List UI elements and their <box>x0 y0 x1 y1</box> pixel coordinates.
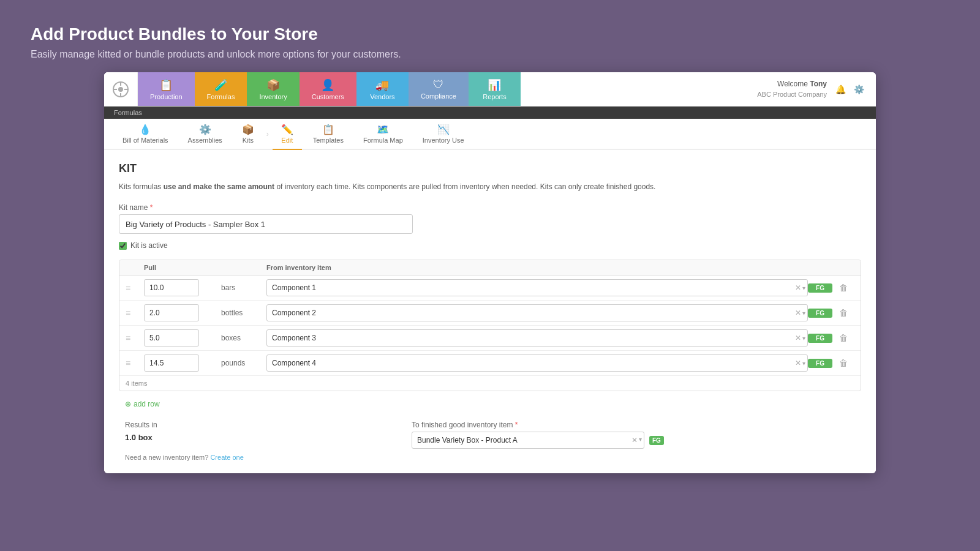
nav-items: 📋 Production 🧪 Formulas 📦 Inventory 👤 Cu… <box>138 72 757 106</box>
new-item-hint: Need a new inventory item? Create one <box>119 454 861 461</box>
table-row: ≡ bottles Component 2 ✕ ▾ FG 🗑 <box>119 301 861 326</box>
subnav-edit[interactable]: ✏️ Edit <box>273 119 302 150</box>
nav-item-inventory[interactable]: 📦 Inventory <box>247 72 299 106</box>
nav-label-inventory: Inventory <box>259 93 287 100</box>
kit-active-label: Kit is active <box>130 241 168 250</box>
quantity-input-1[interactable] <box>144 279 199 296</box>
subnav-inventory-use[interactable]: 📉 Inventory Use <box>414 119 473 150</box>
results-label: Results in <box>125 421 407 429</box>
row-count: 4 items <box>126 380 147 387</box>
nav-item-customers[interactable]: 👤 Customers <box>300 72 356 106</box>
quantity-input-4[interactable] <box>144 354 199 372</box>
create-one-link[interactable]: Create one <box>210 454 243 461</box>
content-area: KIT Kits formulas use and make the same … <box>104 150 876 473</box>
kit-name-input[interactable] <box>119 214 413 234</box>
kit-active-checkbox[interactable] <box>119 242 127 250</box>
finished-chevron-icon[interactable]: ▾ <box>639 436 642 444</box>
clear-icon-2[interactable]: ✕ <box>795 309 801 317</box>
component-select-1[interactable]: Component 1 <box>266 279 808 296</box>
drag-handle[interactable]: ≡ <box>126 358 144 368</box>
results-value: 1.0 box <box>125 433 407 442</box>
kit-name-group: Kit name * <box>119 203 861 234</box>
clear-icon-1[interactable]: ✕ <box>795 283 801 292</box>
settings-icon[interactable]: ⚙️ <box>851 82 866 97</box>
delete-row-1[interactable]: 🗑 <box>832 282 854 294</box>
component-select-wrapper-2: Component 2 ✕ ▾ <box>266 304 808 321</box>
component-select-3[interactable]: Component 3 <box>266 329 808 347</box>
delete-row-4[interactable]: 🗑 <box>832 357 854 369</box>
chevron-down-icon-3[interactable]: ▾ <box>802 335 805 342</box>
unit-label-3: boxes <box>217 334 266 342</box>
component-select-4[interactable]: Component 4 <box>266 354 808 372</box>
subnav-templates[interactable]: 📋 Templates <box>304 119 352 150</box>
subnav-bom[interactable]: 💧 Bill of Materials <box>114 119 177 150</box>
nav-label-compliance: Compliance <box>421 92 456 100</box>
finished-item-select[interactable]: Bundle Variety Box - Product A <box>412 432 644 449</box>
nav-item-compliance[interactable]: 🛡 Compliance <box>409 72 469 106</box>
chevron-down-icon-2[interactable]: ▾ <box>802 310 805 317</box>
quantity-input-3[interactable] <box>144 329 199 347</box>
quantity-input-2[interactable] <box>144 304 199 321</box>
results-value-row: 1.0 box Bundle Variety Box - Product A ✕… <box>125 432 855 449</box>
svg-point-1 <box>118 87 123 92</box>
subnav-label-formula-map: Formula Map <box>363 137 403 144</box>
nav-item-production[interactable]: 📋 Production <box>138 72 195 106</box>
page-title: Add Product Bundles to Your Store <box>31 24 949 44</box>
results-header-row: Results in To finished good inventory it… <box>125 421 855 429</box>
page-header: Add Product Bundles to Your Store Easily… <box>0 0 980 72</box>
chevron-down-icon-1[interactable]: ▾ <box>802 285 805 291</box>
subnav-formula-map[interactable]: 🗺️ Formula Map <box>355 119 412 150</box>
kits-icon: 📦 <box>242 124 254 135</box>
nav-action-icons: 🔔 ⚙️ <box>833 82 866 97</box>
fg-badge-2: FG <box>808 309 832 318</box>
fg-badge-1: FG <box>808 283 832 293</box>
nav-right: Welcome Tony ABC Product Company 🔔 ⚙️ <box>757 79 876 100</box>
formula-map-icon: 🗺️ <box>377 124 389 135</box>
finished-item-select-wrapper: Bundle Variety Box - Product A ✕ ▾ <box>412 432 644 449</box>
notification-icon[interactable]: 🔔 <box>833 82 848 97</box>
kit-name-label-text: Kit name <box>119 203 148 212</box>
nav-label-customers: Customers <box>312 93 344 100</box>
vendors-icon: 🚚 <box>375 78 389 92</box>
nav-item-formulas[interactable]: 🧪 Formulas <box>195 72 247 106</box>
drag-handle[interactable]: ≡ <box>126 333 144 343</box>
delete-row-2[interactable]: 🗑 <box>832 307 854 319</box>
app-logo[interactable] <box>104 72 138 106</box>
subnav-label-assemblies: Assemblies <box>188 137 222 144</box>
component-select-wrapper-4: Component 4 ✕ ▾ <box>266 354 808 372</box>
clear-icon-4[interactable]: ✕ <box>795 359 801 367</box>
breadcrumb-text: Formulas <box>114 109 142 116</box>
add-row-label: add row <box>134 400 160 408</box>
nav-item-reports[interactable]: 📊 Reports <box>469 72 521 106</box>
finished-clear-icon[interactable]: ✕ <box>631 436 638 444</box>
plus-icon: ⊕ <box>125 400 131 408</box>
sub-nav: 💧 Bill of Materials ⚙️ Assemblies 📦 Kits… <box>104 119 876 150</box>
user-name: Tony <box>810 80 827 88</box>
col-from: From inventory item <box>266 264 808 271</box>
page-subtitle: Easily manage kitted or bundle products … <box>31 49 949 60</box>
subnav-label-kits: Kits <box>243 137 254 144</box>
drag-handle[interactable]: ≡ <box>126 308 144 318</box>
reports-icon: 📊 <box>488 78 501 92</box>
delete-row-3[interactable]: 🗑 <box>832 332 854 344</box>
drag-handle[interactable]: ≡ <box>126 283 144 293</box>
add-row-button[interactable]: ⊕ add row <box>119 397 166 411</box>
subnav-label-templates: Templates <box>313 137 344 144</box>
chevron-down-icon-4[interactable]: ▾ <box>802 360 805 367</box>
kit-desc-suffix: of inventory each time. Kits components … <box>274 182 655 191</box>
compliance-icon: 🛡 <box>433 78 444 91</box>
welcome-label: Welcome <box>777 80 808 88</box>
subnav-assemblies[interactable]: ⚙️ Assemblies <box>179 119 231 150</box>
subnav-kits[interactable]: 📦 Kits <box>233 119 263 150</box>
clear-icon-3[interactable]: ✕ <box>795 334 801 342</box>
assemblies-icon: ⚙️ <box>199 124 211 135</box>
component-select-wrapper-3: Component 3 ✕ ▾ <box>266 329 808 347</box>
inventory-icon: 📦 <box>266 78 280 92</box>
nav-item-vendors[interactable]: 🚚 Vendors <box>356 72 409 106</box>
kit-description: Kits formulas use and make the same amou… <box>119 181 861 192</box>
edit-icon: ✏️ <box>281 124 293 135</box>
nav-label-reports: Reports <box>483 93 507 100</box>
table-row: ≡ boxes Component 3 ✕ ▾ FG 🗑 <box>119 326 861 351</box>
component-select-2[interactable]: Component 2 <box>266 304 808 321</box>
nav-chevron: › <box>265 130 270 138</box>
